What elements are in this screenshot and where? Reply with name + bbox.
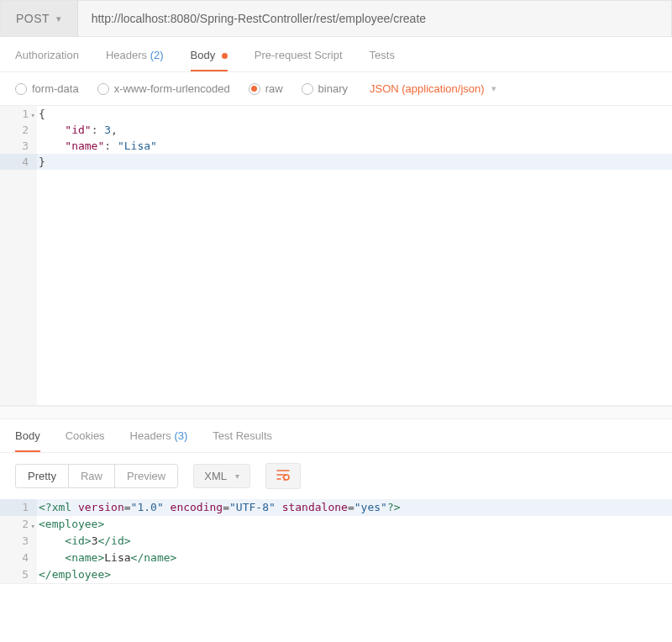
wrap-icon [276, 470, 290, 483]
url-text: http://localhost:8080/Spring-RestControl… [92, 12, 426, 25]
changed-dot-icon [222, 53, 228, 59]
radio-icon [302, 83, 313, 95]
line-number: 5 [0, 566, 37, 583]
tab-tests[interactable]: Tests [370, 49, 395, 71]
radio-raw[interactable]: raw [249, 82, 283, 95]
line-number: 3 [0, 138, 37, 154]
code-line: <id>3</id> [37, 533, 672, 550]
code-line: <name>Lisa</name> [37, 550, 672, 566]
code-line: } [37, 154, 672, 170]
radio-icon [15, 83, 27, 95]
section-divider [0, 406, 672, 419]
editor-blank-area[interactable] [0, 170, 672, 405]
view-mode-toggle: Pretty Raw Preview [15, 464, 178, 488]
tab-body[interactable]: Body [191, 49, 228, 71]
tab-headers[interactable]: Headers (2) [106, 49, 164, 71]
line-number: 1 [0, 499, 37, 516]
view-raw[interactable]: Raw [69, 465, 115, 487]
body-type-row: form-data x-www-form-urlencoded raw bina… [0, 72, 672, 106]
tab-authorization[interactable]: Authorization [15, 49, 79, 71]
tab-prerequest[interactable]: Pre-request Script [255, 49, 343, 71]
code-line: { [37, 106, 672, 122]
wrap-lines-button[interactable] [265, 463, 301, 489]
chevron-down-icon: ▾ [235, 471, 239, 481]
response-body-viewer[interactable]: 1 <?xml version="1.0" encoding="UTF-8" s… [0, 499, 672, 584]
view-pretty[interactable]: Pretty [16, 465, 69, 487]
chevron-down-icon: ▾ [491, 83, 496, 94]
radio-icon [97, 83, 109, 95]
resp-tab-test-results[interactable]: Test Results [213, 429, 272, 452]
line-number: 2▾ [0, 516, 37, 533]
resp-tab-body[interactable]: Body [15, 429, 40, 452]
url-input[interactable]: http://localhost:8080/Spring-RestControl… [78, 1, 671, 36]
line-number: 2 [0, 122, 37, 138]
radio-icon [249, 83, 260, 95]
radio-binary[interactable]: binary [302, 82, 348, 95]
view-preview[interactable]: Preview [115, 465, 177, 487]
radio-form-data[interactable]: form-data [15, 82, 79, 95]
line-number: 4 [0, 154, 37, 170]
response-tabs: Body Cookies Headers (3) Test Results [0, 419, 672, 453]
code-line: <?xml version="1.0" encoding="UTF-8" sta… [37, 499, 672, 516]
content-type-select[interactable]: JSON (application/json) ▾ [370, 82, 496, 95]
response-controls: Pretty Raw Preview XML ▾ [0, 453, 672, 499]
fold-icon: ▾ [31, 518, 35, 534]
method-label: POST [16, 12, 50, 25]
code-line: "name": "Lisa" [37, 138, 672, 154]
line-number: 3 [0, 533, 37, 550]
line-number: 4 [0, 550, 37, 566]
chevron-down-icon: ▾ [56, 13, 62, 24]
code-line: </employee> [37, 566, 672, 583]
resp-tab-cookies[interactable]: Cookies [66, 429, 105, 452]
request-tabs: Authorization Headers (2) Body Pre-reque… [0, 37, 672, 72]
request-body-editor[interactable]: 1▾ { 2 "id": 3, 3 "name": "Lisa" 4 } [0, 106, 672, 406]
code-line: <employee> [37, 516, 672, 533]
code-line: "id": 3, [37, 122, 672, 138]
resp-tab-headers[interactable]: Headers (3) [130, 429, 188, 452]
line-number: 1▾ [0, 106, 37, 122]
radio-urlencoded[interactable]: x-www-form-urlencoded [97, 82, 230, 95]
request-bar: POST ▾ http://localhost:8080/Spring-Rest… [0, 0, 672, 37]
http-method-select[interactable]: POST ▾ [1, 1, 78, 36]
response-format-select[interactable]: XML ▾ [193, 464, 250, 488]
